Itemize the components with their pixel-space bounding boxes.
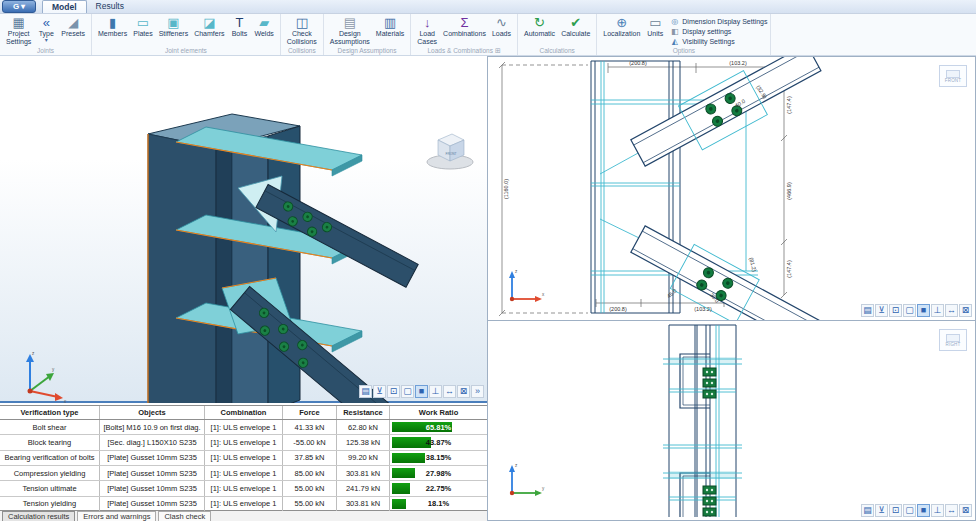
svg-text:(466.9): (466.9) [786,182,792,200]
design-assumptions-button[interactable]: ▤Design Assumptions [327,14,373,45]
view-orientation-badge[interactable]: FRONT [939,65,967,87]
application-menu-button[interactable]: G▾ [2,0,36,13]
loads-button[interactable]: ∿Loads [489,14,514,38]
dimension-display-settings-button[interactable]: ◎Dimension Display Settings [670,16,767,26]
zoom-window-icon[interactable]: ⊡ [889,504,902,517]
dimensions-toggle-icon[interactable]: ↔ [945,304,958,317]
table-cell: Tension yielding [0,497,100,511]
solid-view-icon[interactable]: ■ [917,504,930,517]
table-cell: 241.79 kN [337,481,390,495]
welds-button[interactable]: ▰Welds [251,14,276,38]
calculate-button[interactable]: ✔Calculate [558,14,593,38]
load-cases-button[interactable]: ↓Load Cases [414,14,440,45]
units-button[interactable]: ▭Units [643,14,667,38]
tab-results[interactable]: Results [87,0,133,13]
work-ratio-display-icon[interactable]: ⊠ [959,304,972,317]
work-ratio-display-icon[interactable]: ⊠ [457,385,470,398]
ribbon-group-loads-combinations: ↓Load CasesΣCombinations∿LoadsLoads & Co… [411,14,518,55]
axes-triad-3d: z y x [26,351,67,403]
materials-button[interactable]: ▥Materials [373,14,407,38]
svg-text:(103.2): (103.2) [694,306,712,312]
print-icon[interactable]: ▤ [861,304,874,317]
column-header: Work Ratio [390,406,487,419]
solid-view-icon[interactable]: ■ [415,385,428,398]
stiffeners-button[interactable]: ▣Stiffeners [156,14,191,38]
type-button[interactable]: «Type▾ [34,14,58,43]
status-tab-errors-and-warnings[interactable]: Errors and warnings [77,511,156,521]
table-row[interactable]: Tension ultimate[Plate] Gusset 10mm S235… [0,481,487,496]
bolts-icon: T [236,15,244,30]
export-image-icon[interactable]: ⊻ [875,504,888,517]
table-header-row: Verification typeObjectsCombinationForce… [0,406,487,420]
chamfers-button[interactable]: ◪Chamfers [191,14,227,38]
drawing-pane-front[interactable]: (200.8) (103.2) (1160.0) (147.4) (466.9)… [487,56,976,321]
column-header: Combination [205,406,283,419]
table-cell: 41.33 kN [283,420,337,434]
wireframe-view-icon[interactable]: ▢ [401,385,414,398]
combinations-button[interactable]: ΣCombinations [440,14,489,38]
plates-button[interactable]: ▭Plates [130,14,155,38]
drawing-pane-right[interactable]: z y RIGHT ▤⊻⊡▢■⊥↔⊠ [487,321,976,521]
svg-text:(200.8): (200.8) [629,60,647,66]
automatic-button[interactable]: ↻Automatic [521,14,558,38]
plates-icon: ▭ [137,15,149,30]
zoom-window-icon[interactable]: ⊡ [387,385,400,398]
axes-view-icon[interactable]: ⊥ [931,504,944,517]
table-row[interactable]: Tension yielding[Plate] Gusset 10mm S235… [0,497,487,512]
view-orientation-badge[interactable]: RIGHT [939,329,967,351]
axes-view-icon[interactable]: ⊥ [931,304,944,317]
ribbon-group-label: Joint elements [95,46,277,55]
display-settings-button[interactable]: ◧Display settings [670,26,767,36]
ribbon-group-options: ⊕Localization▭Units◎Dimension Display Se… [597,14,771,55]
work-ratio-display-icon[interactable]: ⊠ [959,504,972,517]
table-row[interactable]: Compression yielding[Plate] Gusset 10mm … [0,466,487,481]
project-settings-button[interactable]: ▦Project Settings [3,14,34,45]
dialog-launcher-icon[interactable]: ⊞ [495,47,501,54]
status-tab-calculation-results[interactable]: Calculation results [2,511,75,521]
table-row[interactable]: Bolt shear[Bolts] M16 10.9 on first diag… [0,420,487,435]
table-cell: -55.00 kN [283,435,337,449]
check-collisions-button[interactable]: ◫Check Collisions [284,14,320,45]
print-icon[interactable]: ▤ [861,504,874,517]
lower-brace-front[interactable] [625,220,833,320]
members-button[interactable]: ▮Members [95,14,130,38]
table-row[interactable]: Bearing verification of bolts[Plate] Gus… [0,451,487,466]
upper-brace-front[interactable] [628,57,828,178]
tab-model[interactable]: Model [42,0,87,13]
export-image-icon[interactable]: ⊻ [875,304,888,317]
export-image-icon[interactable]: ⊻ [373,385,386,398]
localization-button[interactable]: ⊕Localization [600,14,643,38]
svg-text:45.0: 45.0 [666,288,678,299]
dimensions-toggle-icon[interactable]: ↔ [945,504,958,517]
ribbon-group-label: Collisions [284,46,320,55]
table-cell: [1]: ULS envelope 1 [205,466,283,480]
axes-view-icon[interactable]: ⊥ [429,385,442,398]
status-tab-clash-check[interactable]: Clash check [158,511,211,521]
presets-button[interactable]: ◢Presets [58,14,88,38]
zoom-window-icon[interactable]: ⊡ [889,304,902,317]
project-settings-icon: ▦ [13,15,25,30]
solid-view-icon[interactable]: ■ [917,304,930,317]
stiffeners-icon: ▣ [167,15,179,30]
svg-text:z: z [515,269,518,274]
status-bar: Calculation resultsErrors and warningsCl… [0,511,487,521]
column-header: Objects [100,406,205,419]
visibility-settings-button[interactable]: ◭Visibility Settings [670,36,767,46]
wireframe-view-icon[interactable]: ▢ [903,304,916,317]
ribbon-settings-menu: ◎Dimension Display Settings◧Display sett… [670,16,767,46]
calculate-icon: ✔ [570,15,581,30]
dimensions-toggle-icon[interactable]: ↔ [443,385,456,398]
wireframe-view-icon[interactable]: ▢ [903,504,916,517]
viewport-3d[interactable]: FRONT z y x ▤⊻⊡▢■⊥↔⊠» [0,56,487,403]
work-ratio-value: 38.15% [390,451,487,465]
ribbon-button-label: Combinations [443,30,486,38]
print-icon[interactable]: ▤ [359,385,372,398]
ribbon-group-label: Design Assumptions [327,46,407,55]
table-cell: Compression yielding [0,466,100,480]
ribbon-group-label: Options [600,46,767,55]
table-row[interactable]: Block tearing[Sec. diag.] L150X10 S235[1… [0,435,487,450]
bolts-button[interactable]: TBolts [227,14,251,38]
nav-cube[interactable]: FRONT [427,134,473,169]
more-options-icon[interactable]: » [471,385,484,398]
table-body: Bolt shear[Bolts] M16 10.9 on first diag… [0,420,487,512]
